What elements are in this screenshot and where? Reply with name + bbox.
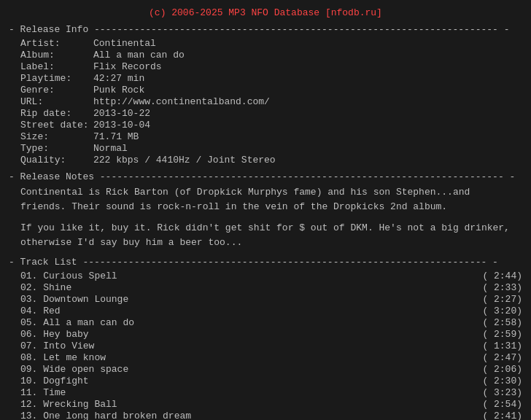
track-row: 01. Curious Spell( 2:44) — [20, 271, 522, 281]
track-row: 07. Into View( 1:31) — [20, 341, 522, 351]
quality-row: Quality: 222 kbps / 4410Hz / Joint Stere… — [20, 155, 522, 166]
genre-row: Genre: Punk Rock — [20, 85, 522, 96]
track-num-title: 01. Curious Spell — [20, 271, 117, 281]
playtime-label: Playtime: — [20, 73, 93, 84]
track-num-title: 06. Hey baby — [20, 329, 89, 340]
notes-header-divider: - Release Notes ------------------------… — [9, 171, 522, 182]
track-duration: ( 3:20) — [482, 306, 522, 316]
track-row: 11. Time( 3:23) — [20, 387, 522, 398]
url-row: URL: http://www.continentalband.com/ — [20, 96, 522, 107]
track-row: 12. Wrecking Ball( 2:54) — [20, 399, 522, 410]
size-label: Size: — [20, 131, 93, 142]
track-list-section: 01. Curious Spell( 2:44)02. Shine( 2:33)… — [20, 271, 522, 420]
track-num-title: 12. Wrecking Ball — [20, 399, 117, 410]
track-duration: ( 2:44) — [482, 271, 522, 281]
track-num-title: 11. Time — [20, 387, 66, 398]
track-row: 08. Let me know( 2:47) — [20, 352, 522, 363]
track-row: 02. Shine( 2:33) — [20, 282, 522, 293]
track-duration: ( 2:06) — [482, 364, 522, 375]
notes-para1: Continental is Rick Barton (of Dropkick … — [20, 185, 516, 214]
track-row: 05. All a man can do( 2:58) — [20, 317, 522, 328]
track-duration: ( 2:58) — [482, 317, 522, 328]
label-row: Label: Flix Records — [20, 61, 522, 72]
track-num-title: 02. Shine — [20, 282, 71, 293]
street-date-row: Street date: 2013-10-04 — [20, 120, 522, 131]
rip-date-label: Rip date: — [20, 108, 93, 119]
quality-value: 222 kbps / 4410Hz / Joint Stereo — [93, 155, 276, 166]
track-duration: ( 2:54) — [482, 399, 522, 410]
track-num-title: 13. One long hard broken dream — [20, 411, 191, 420]
track-duration: ( 2:30) — [482, 376, 522, 386]
url-label: URL: — [20, 96, 93, 107]
track-num-title: 10. Dogfight — [20, 376, 89, 386]
size-row: Size: 71.71 MB — [20, 131, 522, 142]
genre-label: Genre: — [20, 85, 93, 96]
track-row: 09. Wide open space( 2:06) — [20, 364, 522, 375]
playtime-value: 42:27 min — [93, 73, 144, 84]
track-num-title: 05. All a man can do — [20, 317, 134, 328]
rip-date-value: 2013-10-22 — [93, 108, 150, 119]
type-row: Type: Normal — [20, 143, 522, 154]
artist-label: Artist: — [20, 38, 93, 49]
album-label: Album: — [20, 50, 93, 61]
header-title: (c) 2006-2025 MP3 NFO Database [nfodb.ru… — [9, 7, 522, 18]
track-num-title: 08. Let me know — [20, 352, 106, 363]
street-date-value: 2013-10-04 — [93, 120, 150, 131]
track-num-title: 07. Into View — [20, 341, 94, 351]
label-label: Label: — [20, 61, 93, 72]
genre-value: Punk Rock — [93, 85, 144, 96]
street-date-label: Street date: — [20, 120, 93, 131]
tracklist-header-divider: - Track List ---------------------------… — [9, 257, 522, 268]
track-row: 06. Hey baby( 2:59) — [20, 329, 522, 340]
track-duration: ( 2:41) — [482, 411, 522, 420]
track-duration: ( 2:47) — [482, 352, 522, 363]
track-num-title: 03. Downtown Lounge — [20, 294, 128, 305]
playtime-row: Playtime: 42:27 min — [20, 73, 522, 84]
track-duration: ( 2:33) — [482, 282, 522, 293]
track-num-title: 09. Wide open space — [20, 364, 128, 375]
track-row: 13. One long hard broken dream( 2:41) — [20, 411, 522, 420]
track-num-title: 04. Red — [20, 306, 61, 316]
track-row: 04. Red( 3:20) — [20, 306, 522, 316]
artist-value: Continental — [93, 38, 156, 49]
album-value: All a man can do — [93, 50, 185, 61]
url-value: http://www.continentalband.com/ — [93, 96, 270, 107]
track-duration: ( 2:59) — [482, 329, 522, 340]
track-duration: ( 1:31) — [482, 341, 522, 351]
release-notes-section: Continental is Rick Barton (of Dropkick … — [20, 185, 516, 249]
artist-row: Artist: Continental — [20, 38, 522, 49]
notes-para2: If you like it, buy it. Rick didn't get … — [20, 221, 516, 249]
label-value: Flix Records — [93, 61, 162, 72]
track-row: 03. Downtown Lounge( 2:27) — [20, 294, 522, 305]
track-duration: ( 2:27) — [482, 294, 522, 305]
track-duration: ( 3:23) — [482, 387, 522, 398]
type-label: Type: — [20, 143, 93, 154]
rip-date-row: Rip date: 2013-10-22 — [20, 108, 522, 119]
release-info-divider: - Release Info -------------------------… — [9, 24, 522, 35]
size-value: 71.71 MB — [93, 131, 139, 142]
track-row: 10. Dogfight( 2:30) — [20, 376, 522, 386]
release-info-section: Artist: Continental Album: All a man can… — [20, 38, 522, 166]
album-row: Album: All a man can do — [20, 50, 522, 61]
type-value: Normal — [93, 143, 128, 154]
quality-label: Quality: — [20, 155, 93, 166]
